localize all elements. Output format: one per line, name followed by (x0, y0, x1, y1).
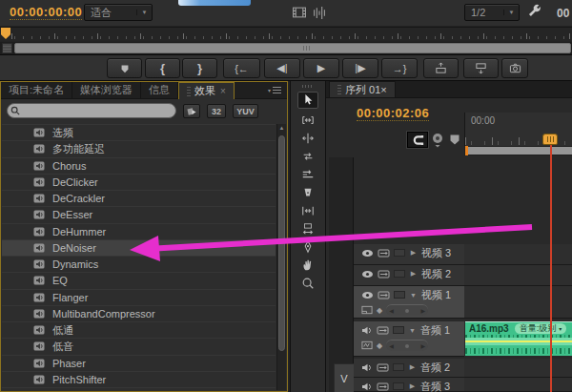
track-content-video2[interactable] (464, 265, 572, 286)
track-content-video3[interactable] (464, 244, 572, 265)
sync-lock-icon[interactable] (378, 270, 390, 279)
add-marker-button[interactable] (107, 58, 142, 78)
program-scrollbar[interactable] (0, 42, 572, 54)
collapse-icon[interactable]: ▶ (409, 249, 418, 257)
tool-rate-stretch[interactable] (297, 167, 318, 181)
effect-list-item[interactable]: Reverb (2, 387, 276, 391)
playhead-line[interactable] (550, 145, 552, 392)
collapse-icon[interactable]: ▼ (409, 292, 418, 299)
collapse-icon[interactable]: ▶ (409, 270, 418, 278)
scroll-up-icon[interactable]: ▲ (277, 125, 286, 131)
tool-track-select[interactable] (297, 113, 318, 127)
track-header-video2[interactable]: ▶ 视频 2 (354, 265, 464, 286)
close-icon[interactable]: × (220, 86, 226, 96)
work-area-bar[interactable] (464, 146, 572, 155)
track-lock-toggle[interactable] (393, 363, 404, 371)
tool-rolling-edit[interactable] (297, 149, 318, 163)
volume-rubber-band[interactable] (465, 340, 572, 342)
sync-lock-icon[interactable] (378, 291, 390, 299)
play-button[interactable]: ▶ (303, 58, 339, 78)
keyframe-icon[interactable]: ◆ (377, 306, 382, 315)
snap-toggle-button[interactable] (407, 132, 428, 148)
track-header-audio3[interactable]: ▶ 音频 3 (354, 378, 464, 392)
sync-lock-icon[interactable] (377, 363, 389, 372)
effect-list-item[interactable]: DeCrackler (2, 190, 276, 206)
keyframe-display-icon[interactable] (361, 340, 373, 350)
effects-scrollbar-thumb[interactable] (278, 135, 285, 351)
track-content-video1[interactable] (464, 286, 572, 319)
eye-icon[interactable] (361, 270, 374, 279)
speaker-icon[interactable] (361, 382, 373, 391)
go-to-out-button[interactable]: →} (381, 58, 418, 78)
sequence-timecode[interactable]: 00:00:02:06 (357, 106, 429, 121)
video-patch-indicator[interactable]: V (334, 363, 355, 392)
track-header-audio2[interactable]: ▶ 音频 2 (354, 359, 464, 378)
lift-button[interactable] (423, 58, 459, 78)
go-to-in-button[interactable]: {← (223, 58, 260, 78)
effect-list-item[interactable]: DeClicker (2, 174, 276, 190)
step-back-button[interactable]: ◀| (264, 58, 300, 78)
drag-video-icon[interactable] (292, 6, 307, 19)
32bit-filter-button[interactable]: 32 (207, 104, 226, 118)
panel-menu-button[interactable]: ▾ (262, 82, 287, 98)
clip-fx-badge[interactable]: 音量:级别 ▾ (515, 323, 567, 334)
tab-media-browser[interactable]: 媒体浏览器 (72, 82, 141, 98)
effect-list-item[interactable]: Chorus (2, 157, 276, 174)
collapse-icon[interactable]: ▶ (408, 363, 417, 371)
effect-list-item[interactable]: Phaser (2, 355, 276, 371)
speaker-icon[interactable] (361, 326, 373, 335)
mark-out-button[interactable]: } (182, 58, 217, 78)
drag-audio-icon[interactable] (312, 6, 327, 19)
eye-icon[interactable] (361, 291, 374, 299)
keyframe-nav-slider[interactable]: ◀▶ (386, 304, 428, 316)
speaker-icon[interactable] (361, 363, 373, 372)
set-display-style-icon[interactable] (361, 305, 373, 315)
step-forward-button[interactable]: |▶ (342, 58, 378, 78)
search-input[interactable] (7, 103, 176, 118)
work-area-thumb[interactable] (468, 147, 572, 155)
program-mini-ruler[interactable] (0, 27, 572, 41)
zoom-fit-dropdown[interactable]: 适合 ▼ (84, 4, 153, 21)
tool-pen[interactable] (297, 239, 318, 254)
effect-list-item[interactable]: 多功能延迟 (2, 140, 276, 156)
scrollbar-grip-box[interactable] (2, 43, 12, 53)
tool-slide[interactable] (297, 221, 318, 236)
encore-chapter-marker-icon[interactable] (431, 133, 444, 148)
audio-clip[interactable]: A16.mp3 音量:级别 ▾ (465, 321, 572, 356)
effect-list-item[interactable]: Dynamics (2, 256, 276, 272)
effect-list-item[interactable]: 低音 (2, 338, 276, 354)
effect-list-item[interactable]: DeHummer (2, 223, 276, 239)
effects-scrollbar[interactable]: ▲ (276, 124, 286, 390)
accelerated-effects-filter-button[interactable] (183, 104, 200, 118)
track-lock-toggle[interactable] (393, 382, 404, 390)
effect-list-item[interactable]: 低通 (2, 321, 276, 338)
track-header-video1[interactable]: ▼ 视频 1 ◆ ◀▶ (354, 286, 464, 319)
effect-list-item[interactable]: Flanger (2, 289, 276, 305)
scrollbar-thumb[interactable] (14, 43, 571, 53)
extract-button[interactable] (463, 58, 499, 78)
export-frame-button[interactable] (501, 58, 528, 78)
track-lock-toggle[interactable] (394, 291, 405, 299)
tool-razor[interactable] (297, 185, 318, 199)
effect-list-item[interactable]: MultibandCompressor (2, 305, 276, 321)
tool-zoom[interactable] (297, 276, 318, 290)
set-marker-icon[interactable] (449, 134, 460, 146)
tab-sequence-01[interactable]: 序列 01 × (329, 81, 396, 97)
yuv-filter-button[interactable]: YUV (233, 104, 258, 118)
track-header-audio1[interactable]: ▼ 音频 1 ◆ ◀▶ (354, 321, 464, 357)
program-timecode[interactable]: 00:00:00:00 (10, 5, 82, 20)
sync-lock-icon[interactable] (377, 382, 389, 391)
keyframe-nav-slider[interactable]: ◀▶ (386, 340, 428, 351)
track-content-audio2[interactable] (464, 359, 572, 378)
track-lock-toggle[interactable] (394, 270, 405, 278)
track-lock-toggle[interactable] (393, 326, 404, 334)
sync-lock-icon[interactable] (377, 326, 389, 335)
track-header-video3[interactable]: ▶ 视频 3 (354, 244, 464, 265)
close-icon[interactable]: × (380, 84, 386, 95)
eye-icon[interactable] (361, 249, 374, 258)
playhead-icon[interactable] (542, 134, 558, 145)
keyframe-icon[interactable]: ◆ (377, 341, 382, 350)
effect-list-item[interactable]: EQ (2, 272, 276, 288)
sync-lock-icon[interactable] (378, 249, 390, 258)
effect-list-item[interactable]: PitchShifter (2, 371, 276, 387)
